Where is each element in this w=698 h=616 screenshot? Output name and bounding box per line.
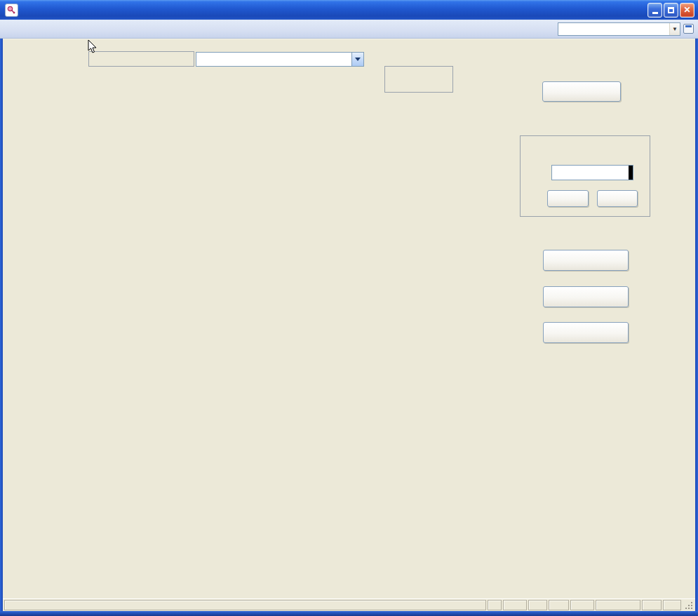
reset-button[interactable] xyxy=(597,190,638,207)
resize-grip[interactable] xyxy=(683,600,694,610)
maximize-icon xyxy=(668,7,674,13)
chevron-down-icon: ▼ xyxy=(672,26,678,32)
maximize-button[interactable] xyxy=(664,3,678,18)
statusbar xyxy=(3,598,695,611)
status-panel xyxy=(642,600,662,610)
minimize-button[interactable] xyxy=(647,3,662,18)
selected-text xyxy=(629,166,633,180)
cancel-button[interactable] xyxy=(543,286,629,307)
product-id-combobox[interactable] xyxy=(196,52,364,67)
status-panel xyxy=(528,600,547,610)
child-window-restore-button[interactable] xyxy=(683,24,694,34)
help-input[interactable] xyxy=(558,23,669,35)
close-button[interactable] xyxy=(542,81,621,102)
search-by-batch-group xyxy=(520,135,650,217)
chevron-down-icon xyxy=(355,58,361,61)
save-button[interactable] xyxy=(543,322,629,343)
status-panel xyxy=(503,600,527,610)
status-mode xyxy=(4,600,486,610)
status-panel xyxy=(488,600,502,610)
window-border-right xyxy=(695,39,698,616)
form-client-area xyxy=(3,39,695,598)
close-window-button[interactable]: ✕ xyxy=(680,3,694,18)
close-icon: ✕ xyxy=(683,5,690,15)
batch-number-search-input[interactable] xyxy=(551,165,633,180)
app-window: ✕ ▼ xyxy=(0,0,698,616)
status-panel xyxy=(663,600,681,610)
field-label-product-select xyxy=(88,51,194,67)
status-panel xyxy=(570,600,594,610)
minimize-icon xyxy=(652,12,658,14)
search-button[interactable] xyxy=(547,190,589,207)
status-num-lock xyxy=(596,600,640,610)
access-app-icon xyxy=(5,4,18,17)
status-panel xyxy=(549,600,569,610)
titlebar: ✕ xyxy=(0,0,698,20)
key-glyph xyxy=(7,6,16,15)
combobox-dropdown-button[interactable] xyxy=(351,53,363,66)
combobox-value xyxy=(196,53,351,66)
help-combo[interactable]: ▼ xyxy=(558,22,680,36)
help-dropdown-button[interactable]: ▼ xyxy=(669,23,680,35)
menubar: ▼ xyxy=(0,20,698,39)
new-button[interactable] xyxy=(543,250,629,271)
window-border-bottom xyxy=(0,611,698,616)
field-formats-header xyxy=(384,66,453,93)
